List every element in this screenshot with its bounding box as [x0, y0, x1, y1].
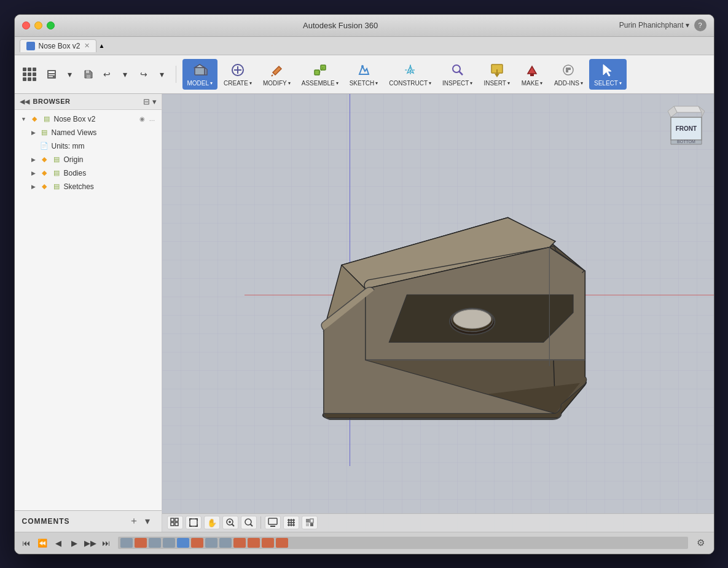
toolbar-area: Nose Box v2 ✕ ▲ ▾ [15, 37, 714, 94]
timeline-first-button[interactable]: ⏮ [20, 536, 33, 550]
comments-add-button[interactable]: ＋ [127, 515, 141, 528]
tree-item-origin[interactable]: ▶ ◆ ▤ Origin [15, 153, 162, 166]
toolbar-select-button[interactable]: SELECT ▾ [589, 59, 627, 90]
browser-collapse-button[interactable]: ◀◀ [20, 98, 29, 106]
timeline-item-9[interactable] [233, 538, 246, 548]
tree-visibility-root[interactable]: ◉ [138, 115, 147, 123]
browser-header: ◀◀ BROWSER ⊟ ▾ [15, 94, 162, 110]
tree-folder-named-views: ▤ [39, 128, 49, 138]
toolbar-modify-button[interactable]: MODIFY ▾ [258, 59, 296, 90]
toolbar-model-button[interactable]: MODEL ▾ [182, 59, 218, 90]
tree-expand-root[interactable]: ▼ [20, 115, 28, 123]
sketch-label: SKETCH ▾ [350, 80, 378, 87]
pan-button[interactable]: ✋ [204, 516, 220, 529]
model-icon [191, 61, 208, 79]
document-tab[interactable]: Nose Box v2 ✕ [20, 39, 96, 52]
tree-label-origin: Origin [64, 155, 157, 164]
tree-item-sketches[interactable]: ▶ ◆ ▤ Sketches [15, 180, 162, 193]
close-button[interactable] [22, 21, 30, 29]
file-buttons: ▾ ↩ ▾ ↪ ▾ [43, 66, 176, 83]
timeline-item-7[interactable] [205, 538, 217, 548]
grid-settings-button[interactable] [283, 516, 299, 529]
tree-expand-named-views[interactable]: ▶ [29, 128, 38, 137]
timeline-item-1[interactable] [120, 538, 133, 548]
tree-label-sketches: Sketches [64, 182, 157, 191]
tree-item-root[interactable]: ▼ ◆ ▤ Nose Box v2 ◉ … [15, 112, 162, 126]
svg-rect-66 [310, 519, 313, 523]
browser-options-button[interactable]: ▾ [152, 97, 157, 106]
toolbar-insert-button[interactable]: INSERT ▾ [479, 59, 515, 90]
tree-folder-root: ▤ [42, 114, 52, 124]
zoom-window-button[interactable] [241, 516, 257, 529]
file-menu-button[interactable] [43, 66, 60, 83]
tree-item-bodies[interactable]: ▶ ◆ ▤ Bodies [15, 166, 162, 180]
main-content: ◀◀ BROWSER ⊟ ▾ ▼ ◆ ▤ Nose Box v2 ◉ … [15, 94, 714, 532]
toolbar-assemble-button[interactable]: ASSEMBLE ▾ [297, 59, 343, 90]
grid-display-button[interactable] [167, 516, 183, 529]
tree-icon-bodies: ◆ [39, 168, 49, 178]
timeline-play-button[interactable]: ▶ [68, 536, 81, 550]
redo-button[interactable]: ↪ [135, 66, 152, 83]
timeline-step-prev-button[interactable]: ◀ [52, 536, 65, 550]
svg-text:BOTTOM: BOTTOM [677, 139, 695, 144]
maximize-button[interactable] [47, 21, 55, 29]
svg-text:FRONT: FRONT [675, 125, 696, 132]
dropdown-arrow-button[interactable]: ▾ [61, 66, 79, 83]
help-button[interactable]: ? [694, 19, 706, 31]
timeline-item-5[interactable] [177, 538, 189, 548]
toolbar-make-button[interactable]: MAKE ▾ [516, 59, 548, 90]
tree-icon-sketches: ◆ [39, 182, 49, 192]
svg-rect-65 [306, 519, 310, 523]
timeline-item-8[interactable] [219, 538, 232, 548]
svg-marker-19 [407, 66, 413, 73]
viewport[interactable]: FRONT BOTTOM ✋ [162, 94, 714, 532]
save-button[interactable] [80, 66, 97, 83]
redo-dropdown[interactable]: ▾ [154, 66, 171, 83]
toolbar-addins-button[interactable]: ADD-INS ▾ [549, 59, 588, 90]
timeline-item-10[interactable] [248, 538, 260, 548]
toolbar-separator-1 [260, 516, 261, 529]
comments-expand[interactable]: ▾ [141, 515, 154, 528]
timeline-prev-button[interactable]: ⏪ [36, 536, 49, 550]
minimize-button[interactable] [34, 21, 42, 29]
toolbar-create-button[interactable]: CREATE ▾ [219, 59, 257, 90]
timeline-items [118, 538, 291, 548]
fit-view-button[interactable] [186, 516, 202, 529]
timeline-item-6[interactable] [191, 538, 203, 548]
modify-label: MODIFY ▾ [263, 80, 291, 87]
timeline-step-next-button[interactable]: ▶▶ [84, 536, 97, 550]
tree-more-root[interactable]: … [148, 115, 157, 123]
svg-rect-3 [49, 76, 53, 77]
display-mode-button[interactable] [302, 516, 318, 529]
svg-rect-57 [268, 518, 277, 524]
tree-folder-sketches: ▤ [52, 182, 61, 192]
tree-expand-sketches[interactable]: ▶ [29, 182, 38, 191]
tab-close-button[interactable]: ✕ [84, 42, 90, 50]
timeline-last-button[interactable]: ⏭ [100, 536, 113, 550]
tree-expand-origin[interactable]: ▶ [29, 155, 38, 164]
timeline-item-2[interactable] [135, 538, 147, 548]
toolbar-sketch-button[interactable]: SKETCH ▾ [345, 59, 383, 90]
timeline-settings-button[interactable]: ⚙ [693, 535, 709, 551]
tree-expand-bodies[interactable]: ▶ [29, 169, 38, 177]
tab-area-collapse[interactable]: ▲ [99, 42, 105, 49]
viewcube[interactable]: FRONT BOTTOM [659, 100, 708, 149]
apps-grid-button[interactable] [20, 64, 39, 84]
tree-item-named-views[interactable]: ▶ ▤ Named Views [15, 126, 162, 139]
user-menu[interactable]: Purin Phanichphant ▾ [619, 21, 689, 29]
timeline-item-4[interactable] [163, 538, 175, 548]
svg-line-56 [250, 524, 252, 527]
browser-filter-button[interactable]: ⊟ [143, 97, 150, 106]
toolbar-construct-button[interactable]: CONSTRUCT ▾ [384, 59, 436, 90]
timeline-item-11[interactable] [262, 538, 274, 548]
display-settings-button[interactable] [265, 516, 281, 529]
timeline-track[interactable] [118, 537, 688, 549]
timeline-item-3[interactable] [149, 538, 161, 548]
undo-button[interactable]: ↩ [98, 66, 115, 83]
undo-dropdown[interactable]: ▾ [117, 66, 134, 83]
tree-item-units[interactable]: ▶ 📄 Units: mm [15, 139, 162, 153]
timeline-item-12[interactable] [276, 538, 288, 548]
toolbar-inspect-button[interactable]: INSPECT ▾ [437, 59, 477, 90]
tree-icon-units: 📄 [39, 141, 49, 151]
zoom-button[interactable] [222, 516, 238, 529]
